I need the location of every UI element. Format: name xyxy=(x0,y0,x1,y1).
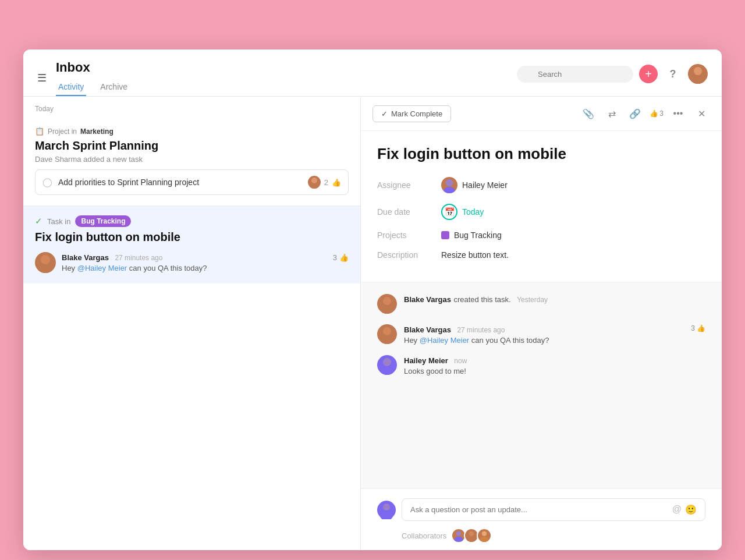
svg-point-21 xyxy=(480,537,489,542)
activity-body-3: Hailey Meier now Looks good to me! xyxy=(404,355,705,375)
close-button[interactable]: ✕ xyxy=(693,105,710,122)
search-wrapper: 🔍 xyxy=(517,66,633,83)
svg-point-1 xyxy=(691,76,704,84)
collaborators-avatars xyxy=(451,528,492,543)
comment-input-area: @ 🙂 Collaborators xyxy=(361,488,722,550)
assignee-row: Assignee Hailey Meier xyxy=(377,177,705,193)
card-2-text-prefix: Hey xyxy=(62,264,75,272)
activity-card-2[interactable]: ✓ Task in Bug Tracking Fix login button … xyxy=(23,206,360,283)
due-date-row: Due date 📅 Today xyxy=(377,204,705,220)
at-icon[interactable]: @ xyxy=(672,504,682,515)
activity-time-2: 27 minutes ago xyxy=(457,326,505,334)
svg-point-15 xyxy=(380,511,393,519)
svg-point-2 xyxy=(311,178,317,183)
inbox-title: Inbox xyxy=(56,60,517,75)
right-topbar: ✓ Mark Complete 📎 ⇄ 🔗 👍 3 ••• ✕ xyxy=(361,97,722,131)
svg-point-19 xyxy=(467,537,476,542)
collaborators-row: Collaborators xyxy=(377,528,705,543)
activity-card-1[interactable]: 📋 Project in Marketing March Sprint Plan… xyxy=(23,118,360,206)
menu-icon[interactable]: ☰ xyxy=(37,72,47,84)
due-date-text: Today xyxy=(462,207,484,217)
search-input[interactable] xyxy=(517,66,633,83)
task-title: Fix login button on mobile xyxy=(377,145,705,163)
act2-mention: @Hailey Meier xyxy=(420,336,469,345)
act2-suffix: can you QA this today? xyxy=(471,336,549,345)
tab-archive[interactable]: Archive xyxy=(98,79,130,96)
activity-text-3: Looks good to me! xyxy=(404,367,705,375)
task-detail: Fix login button on mobile Assignee Hail… xyxy=(361,131,722,282)
card-2-author: Blake Vargas xyxy=(62,253,109,262)
act2-like-count: 3 xyxy=(691,324,695,332)
card-2-comment-text: Hey @Hailey Meier can you QA this today? xyxy=(62,264,349,272)
link-button[interactable]: 🔗 xyxy=(626,105,644,122)
card-2-avatar xyxy=(35,252,56,273)
card-2-task-in: ✓ Task in Bug Tracking xyxy=(35,215,349,227)
app-window: ☰ Inbox Activity Archive 🔍 + ? Today xyxy=(23,49,722,550)
svg-point-16 xyxy=(456,531,461,536)
description-row: Description Resize button text. xyxy=(377,250,705,260)
emoji-icon[interactable]: 🙂 xyxy=(685,504,697,515)
card-1-project: Marketing xyxy=(80,127,113,136)
svg-point-10 xyxy=(383,327,391,335)
activity-time-3: now xyxy=(454,357,467,365)
task-item-1[interactable]: ◯ Add priorities to Sprint Planning proj… xyxy=(35,169,349,195)
card-1-subtitle: Dave Sharma added a new task xyxy=(35,155,349,164)
activity-author-1: Blake Vargas xyxy=(404,295,451,304)
comment-input-box[interactable]: @ 🙂 xyxy=(402,498,705,521)
header-title-area: Inbox Activity Archive xyxy=(56,60,517,96)
activity-author-3: Hailey Meier xyxy=(404,356,448,365)
activity-item-3: Hailey Meier now Looks good to me! xyxy=(377,355,705,375)
activity-item-2: Blake Vargas 27 minutes ago 3 👍 Hey @Hai… xyxy=(377,324,705,345)
card-1-title: March Sprint Planning xyxy=(35,139,349,153)
svg-point-7 xyxy=(444,187,455,193)
svg-point-4 xyxy=(41,255,50,264)
svg-point-13 xyxy=(381,367,393,375)
svg-point-20 xyxy=(482,531,487,536)
card-2-likes-area: 3 👍 xyxy=(333,253,349,262)
projects-row: Projects Bug Tracking xyxy=(377,231,705,240)
right-panel: ✓ Mark Complete 📎 ⇄ 🔗 👍 3 ••• ✕ Fix logi… xyxy=(361,97,722,550)
date-label: Today xyxy=(23,97,360,118)
assignee-label: Assignee xyxy=(377,180,441,190)
card-2-like-icon[interactable]: 👍 xyxy=(339,253,349,262)
mark-complete-label: Mark Complete xyxy=(391,109,442,118)
card-2-comment-header: Blake Vargas 27 minutes ago 3 👍 xyxy=(62,252,349,263)
main-layout: Today 📋 Project in Marketing March Sprin… xyxy=(23,97,722,550)
card-2-check-icon: ✓ xyxy=(35,216,42,226)
due-date-label: Due date xyxy=(377,207,441,217)
act2-prefix: Hey xyxy=(404,336,417,345)
activity-avatar-1 xyxy=(377,294,397,314)
due-date-value: 📅 Today xyxy=(441,204,484,220)
help-button[interactable]: ? xyxy=(664,65,682,83)
attachment-button[interactable]: 📎 xyxy=(580,105,597,122)
header-tabs: Activity Archive xyxy=(56,79,517,96)
act2-like-icon[interactable]: 👍 xyxy=(697,324,705,332)
mark-complete-button[interactable]: ✓ Mark Complete xyxy=(372,105,451,122)
activity-avatar-3 xyxy=(377,355,397,375)
tab-activity[interactable]: Activity xyxy=(56,79,86,96)
projects-label: Projects xyxy=(377,231,441,240)
header: ☰ Inbox Activity Archive 🔍 + ? xyxy=(23,49,722,97)
assignee-value: Hailey Meier xyxy=(441,177,508,193)
left-panel: Today 📋 Project in Marketing March Sprin… xyxy=(23,97,361,550)
activity-likes-2: 3 👍 xyxy=(691,324,705,332)
card-1-meta-text: Project in xyxy=(48,127,77,136)
projects-value: Bug Tracking xyxy=(441,231,502,240)
task-like-icon[interactable]: 👍 xyxy=(332,178,341,187)
comment-input[interactable] xyxy=(410,505,672,514)
user-avatar[interactable] xyxy=(688,64,708,84)
activity-header-3: Hailey Meier now xyxy=(404,355,705,366)
card-2-text-suffix: can you QA this today? xyxy=(129,264,207,272)
assignee-avatar xyxy=(441,177,457,193)
card-2-mention: @Hailey Meier xyxy=(77,264,127,272)
svg-point-12 xyxy=(383,358,391,366)
assign-button[interactable]: ⇄ xyxy=(603,105,620,122)
activity-time-1: Yesterday xyxy=(517,296,548,304)
svg-point-18 xyxy=(469,531,474,536)
svg-point-14 xyxy=(383,504,390,511)
comment-input-row: @ 🙂 xyxy=(377,498,705,521)
svg-point-9 xyxy=(381,306,393,314)
topbar-like-icon[interactable]: 👍 xyxy=(650,109,658,118)
more-button[interactable]: ••• xyxy=(669,105,687,122)
add-button[interactable]: + xyxy=(639,65,658,83)
